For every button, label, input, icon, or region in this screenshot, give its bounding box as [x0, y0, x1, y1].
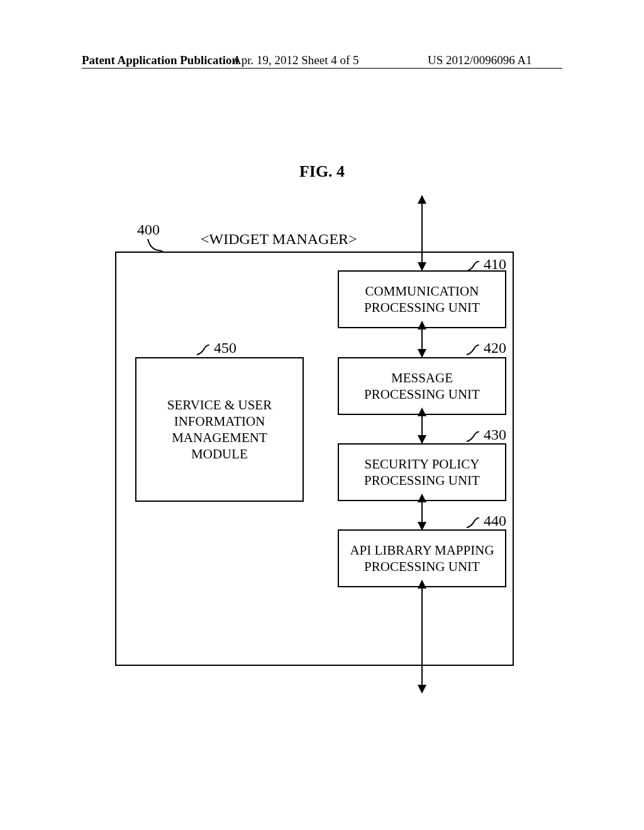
- connector-bottom: [421, 587, 423, 685]
- block-420-text: MESSAGEPROCESSING UNIT: [364, 370, 480, 403]
- ref-label-430: 430: [484, 426, 506, 443]
- block-410-text: COMMUNICATIONPROCESSING UNIT: [364, 283, 480, 316]
- ref-hook-420: [465, 345, 480, 356]
- diagram-area: 400 <WIDGET MANAGER> COMMUNICATIONPROCES…: [110, 195, 519, 717]
- ref-label-420: 420: [484, 340, 506, 357]
- widget-manager-title: <WIDGET MANAGER>: [201, 231, 357, 248]
- ref-label-440: 440: [484, 512, 506, 529]
- ref-hook-400: [147, 239, 165, 253]
- header-center: Apr. 19, 2012 Sheet 4 of 5: [233, 53, 359, 67]
- ref-label-450: 450: [214, 340, 236, 357]
- header-left: Patent Application Publication: [82, 53, 238, 67]
- connector-top: [421, 203, 423, 270]
- ref-hook-440: [465, 517, 480, 529]
- arrow-down-icon: [418, 349, 426, 358]
- block-440-text: API LIBRARY MAPPINGPROCESSING UNIT: [350, 542, 494, 575]
- block-message-processing-unit: MESSAGEPROCESSING UNIT: [338, 357, 506, 415]
- header-right: US 2012/0096096 A1: [428, 53, 532, 67]
- block-430-text: SECURITY POLICYPROCESSING UNIT: [364, 456, 480, 489]
- arrow-down-icon: [418, 435, 426, 444]
- arrow-down-icon: [418, 262, 426, 271]
- ref-hook-450: [196, 345, 211, 356]
- arrow-down-icon: [418, 685, 426, 694]
- header-divider: [82, 68, 562, 69]
- arrow-down-icon: [418, 522, 426, 531]
- ref-hook-410: [465, 261, 480, 272]
- ref-label-400: 400: [137, 221, 160, 238]
- arrow-up-icon: [418, 580, 426, 589]
- arrow-up-icon: [418, 407, 426, 416]
- block-450-text: SERVICE & USERINFORMATIONMANAGEMENTMODUL…: [167, 397, 272, 463]
- block-service-user-information-management-module: SERVICE & USERINFORMATIONMANAGEMENTMODUL…: [135, 357, 304, 502]
- figure-title: FIG. 4: [0, 162, 644, 181]
- block-security-policy-processing-unit: SECURITY POLICYPROCESSING UNIT: [338, 443, 506, 501]
- arrow-up-icon: [418, 321, 426, 329]
- arrow-up-icon: [418, 195, 426, 204]
- arrow-up-icon: [418, 494, 426, 502]
- ref-label-410: 410: [484, 256, 506, 273]
- block-api-library-mapping-processing-unit: API LIBRARY MAPPINGPROCESSING UNIT: [338, 529, 506, 587]
- block-communication-processing-unit: COMMUNICATIONPROCESSING UNIT: [338, 270, 506, 328]
- ref-hook-430: [465, 431, 480, 443]
